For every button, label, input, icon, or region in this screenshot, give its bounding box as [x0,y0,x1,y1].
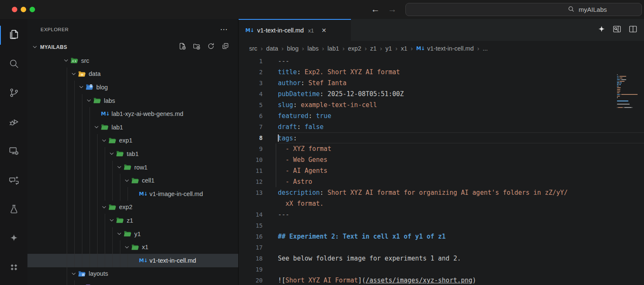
code-line-20[interactable]: 20![Short XYZ AI Format](/assets/images/… [239,275,644,285]
breadcrumb-item-labs[interactable]: labs [307,45,319,52]
code-line-1[interactable]: 1--- [239,56,644,67]
tab-v1-text-in-cell[interactable]: M↓ v1-text-in-cell.md x1 ✕ [239,19,351,41]
activity-remote-explorer[interactable] [0,137,27,166]
tree-item-tab1[interactable]: tab1 [27,147,238,161]
folder-blog-icon [86,84,95,90]
tree-item-v1-text-in-cell.md[interactable]: M↓v1-text-in-cell.md [27,254,238,267]
refresh-icon[interactable] [207,43,215,51]
code-line-5[interactable]: 5slug: example-text-in-cell [239,99,644,110]
code-editor[interactable]: 1---2title: Exp2. Short XYZ AI format3au… [239,56,644,285]
chevron-down-icon [93,124,101,130]
activity-run-debug[interactable] [0,108,27,137]
tree-item-cell1[interactable]: cell1 [27,174,238,187]
code-line-14[interactable]: 14--- [239,209,644,220]
activity-chat[interactable] [0,166,27,195]
explorer-title: EXPLORER [41,27,69,32]
folder-icon [116,217,125,223]
breadcrumb-item-v1-text-in-cell.md[interactable]: M↓v1-text-in-cell.md [416,45,473,52]
tree-item-data[interactable]: data [27,67,238,81]
chevron-down-icon [109,217,116,223]
breadcrumb-item-exp2[interactable]: exp2 [348,45,361,52]
code-line-10[interactable]: 10 - Web Genes [239,154,644,165]
code-line-3[interactable]: 3author: Stef Ianta [239,78,644,89]
activity-source-control[interactable] [0,79,27,108]
tree-item-lab1-xyz-ai-web-genes.md[interactable]: M↓lab1-xyz-ai-web-genes.md [27,107,238,121]
code-line-7[interactable]: 7draft: false [239,121,644,132]
activity-testing[interactable] [0,195,27,224]
tree-item-label: x1 [142,244,148,250]
new-folder-icon[interactable] [193,43,200,51]
code-line-2[interactable]: 2title: Exp2. Short XYZ AI format [239,67,644,78]
folder-icon [101,124,110,130]
zoom-button[interactable] [30,7,35,12]
breadcrumb-item-z1[interactable]: z1 [370,45,376,52]
close-tab-icon[interactable]: ✕ [321,27,326,34]
breadcrumb-item-y1[interactable]: y1 [386,45,392,52]
tree-item-cut-off[interactable] [27,280,238,285]
breadcrumb-item-...[interactable]: ... [483,45,488,52]
code-line-12[interactable]: 12 - Astro [239,176,644,187]
code-line-16[interactable]: 16## Experiment 2: Text in cell x1 of y1… [239,231,644,242]
chevron-down-icon [116,231,124,237]
tree-item-x1[interactable]: x1 [27,240,238,254]
code-line-11[interactable]: 11 - AI Agents [239,165,644,176]
tree-item-exp1[interactable]: exp1 [27,134,238,148]
more-actions-icon[interactable]: ⋯ [220,25,228,34]
sparkle-icon [8,233,19,245]
code-line-4[interactable]: 4pubDatetime: 2025-12-08T05:51:00Z [239,89,644,99]
file-tree: srcdatabloglabsM↓lab1-xyz-ai-web-genes.m… [27,54,238,285]
tree-item-layouts[interactable]: layouts [27,267,238,281]
back-button[interactable]: ← [370,3,381,16]
tree-item-src[interactable]: src [27,54,238,67]
activity-search[interactable] [0,50,27,79]
code-line-13-wrap[interactable]: xX format. [239,198,644,209]
breadcrumb-item-data[interactable]: data [266,45,278,52]
code-line-15[interactable]: 15 [239,220,644,231]
breadcrumb-item-lab1[interactable]: lab1 [328,45,339,52]
breadcrumb-separator: › [380,45,382,52]
open-preview-button[interactable] [612,24,622,35]
command-center-search[interactable]: myAILabs [405,3,642,16]
activity-bar [0,19,27,285]
activity-copilot[interactable] [0,224,27,253]
close-button[interactable] [12,7,17,12]
code-line-18[interactable]: 18See below folders image for experiment… [239,253,644,264]
breadcrumb-item-src[interactable]: src [249,45,257,52]
tree-item-row1[interactable]: row1 [27,161,238,174]
code-line-19[interactable]: 19 [239,264,644,275]
tree-item-labs[interactable]: labs [27,94,238,108]
folder-src-icon [71,57,80,64]
code-line-6[interactable]: 6featured: true [239,110,644,121]
forward-button[interactable]: → [387,3,398,16]
tree-item-lab1[interactable]: lab1 [27,121,238,134]
tree-item-label: cell1 [142,177,155,184]
tree-item-label: y1 [134,231,141,237]
tree-item-y1[interactable]: y1 [27,227,238,241]
code-line-17[interactable]: 17 [239,242,644,253]
tree-item-exp2[interactable]: exp2 [27,201,238,214]
tree-item-label: blog [96,84,108,91]
code-line-9[interactable]: 9 - XYZ format [239,143,644,154]
minimap[interactable] [617,74,643,109]
copilot-sparkle-button[interactable] [598,25,606,35]
breadcrumb-item-x1[interactable]: x1 [401,45,407,52]
tree-item-z1[interactable]: z1 [27,214,238,227]
collapse-all-icon[interactable] [222,43,229,51]
code-line-13[interactable]: 13description: Short XYZ AI format for o… [239,187,644,198]
new-file-icon[interactable] [179,43,186,51]
tree-item-blog[interactable]: blog [27,81,238,94]
tab-strip: M↓ v1-text-in-cell.md x1 ✕ [239,19,644,41]
breadcrumb-separator: › [302,45,304,52]
activity-extensions[interactable] [0,253,27,282]
split-editor-button[interactable] [628,24,638,35]
line-number: 12 [239,176,263,187]
workspace-section-header[interactable]: MYAILABS [27,40,238,54]
tree-item-label: lab1 [111,124,123,131]
breadcrumb-item-blog[interactable]: blog [287,45,299,52]
minimize-button[interactable] [21,7,26,12]
breadcrumb: src›data›blog›labs›lab1›exp2›z1›y1›x1›M↓… [239,41,644,56]
markdown-icon: M↓ [245,27,254,33]
tree-item-v1-image-in-cell.md[interactable]: M↓v1-image-in-cell.md [27,187,238,201]
activity-explorer[interactable] [0,21,27,50]
code-line-8[interactable]: 8tags: [239,132,644,143]
